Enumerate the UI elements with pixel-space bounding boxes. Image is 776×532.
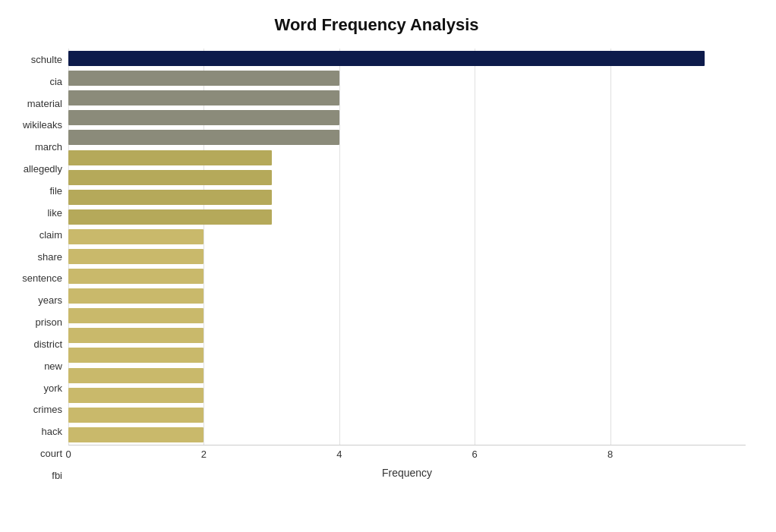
bar-row-material [68, 88, 746, 108]
bar-row-years [68, 266, 746, 286]
bar-row-cia [68, 68, 746, 88]
x-tick-8: 8 [607, 449, 613, 460]
bar-row-york [68, 345, 746, 365]
bar-row-fbi [68, 425, 746, 445]
bar-wikileaks [68, 110, 339, 125]
y-label-prison: prison [8, 313, 68, 332]
bar-row-crimes [68, 366, 746, 386]
bars-wrapper [68, 49, 746, 445]
y-label-file: file [8, 181, 68, 200]
bar-allegedly [68, 150, 272, 165]
bar-file [68, 170, 272, 185]
bar-row-prison [68, 286, 746, 306]
bar-row-march [68, 127, 746, 147]
bar-row-sentence [68, 247, 746, 266]
y-label-hack: hack [8, 422, 68, 442]
bar-crimes [68, 368, 203, 383]
chart-title: Word Frequency Analysis [8, 15, 746, 35]
y-label-wikileaks: wikileaks [8, 115, 68, 135]
bar-years [68, 269, 203, 284]
y-label-crimes: crimes [8, 400, 68, 420]
y-label-cia: cia [8, 71, 68, 91]
y-axis: schulteciamaterialwikileaksmarchallegedl… [8, 49, 68, 486]
bar-prison [68, 288, 203, 304]
x-ticks: 02468 [68, 449, 746, 464]
bar-row-like [68, 187, 746, 207]
y-label-claim: claim [8, 225, 68, 244]
bar-row-file [68, 168, 746, 187]
y-label-material: material [8, 93, 68, 113]
bar-schulte [68, 51, 705, 66]
x-tick-6: 6 [472, 449, 478, 460]
bar-cia [68, 71, 339, 86]
bar-sentence [68, 249, 203, 264]
bar-district [68, 308, 203, 323]
bar-march [68, 130, 339, 145]
y-label-allegedly: allegedly [8, 159, 68, 179]
y-label-share: share [8, 247, 68, 266]
x-tick-4: 4 [336, 449, 342, 460]
y-label-march: march [8, 137, 68, 157]
bar-row-schulte [68, 49, 746, 68]
y-label-years: years [8, 291, 68, 310]
bar-fbi [68, 427, 203, 442]
bar-row-new [68, 326, 746, 345]
y-label-new: new [8, 356, 68, 376]
x-axis-area: 02468 Frequency [68, 449, 746, 486]
chart-body: schulteciamaterialwikileaksmarchallegedl… [8, 49, 746, 486]
x-axis-line [68, 445, 746, 445]
y-label-fbi: fbi [8, 465, 68, 485]
plot-area: 02468 Frequency [68, 49, 746, 486]
bar-york [68, 348, 203, 363]
y-label-schulte: schulte [8, 49, 68, 69]
bar-row-district [68, 306, 746, 326]
bar-row-wikileaks [68, 108, 746, 127]
x-tick-0: 0 [65, 449, 71, 460]
y-label-court: court [8, 444, 68, 464]
y-label-sentence: sentence [8, 269, 68, 288]
bar-row-share [68, 227, 746, 247]
bar-like [68, 190, 272, 205]
bar-row-claim [68, 207, 746, 227]
bar-material [68, 90, 339, 105]
y-label-york: york [8, 378, 68, 398]
bar-hack [68, 388, 203, 403]
y-label-district: district [8, 334, 68, 354]
bar-claim [68, 209, 272, 225]
bar-new [68, 328, 203, 343]
y-label-like: like [8, 203, 68, 222]
bar-row-allegedly [68, 148, 746, 168]
bar-court [68, 408, 203, 423]
bar-row-court [68, 405, 746, 425]
bar-share [68, 229, 203, 244]
bar-row-hack [68, 386, 746, 405]
x-axis-label: Frequency [68, 467, 746, 479]
chart-container: Word Frequency Analysis schulteciamateri… [0, 0, 776, 532]
x-tick-2: 2 [201, 449, 207, 460]
